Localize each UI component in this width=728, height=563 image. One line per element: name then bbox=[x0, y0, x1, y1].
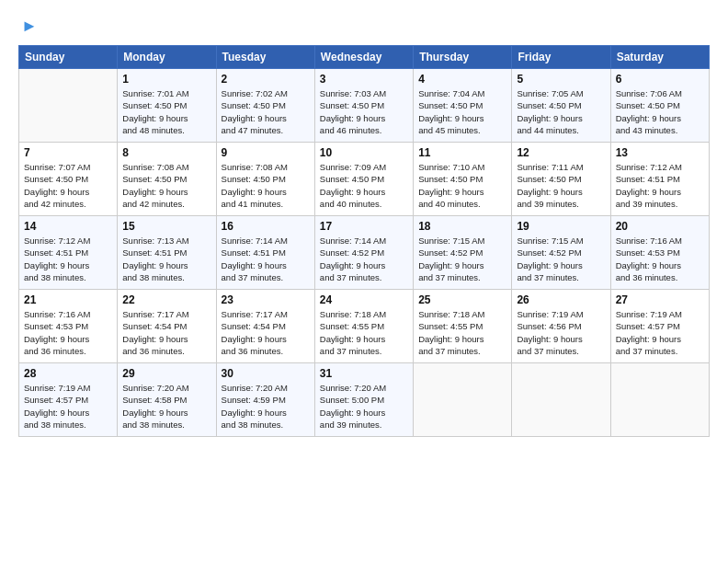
day-number: 1 bbox=[122, 73, 210, 86]
day-number: 26 bbox=[517, 293, 605, 306]
day-info: Sunrise: 7:05 AM Sunset: 4:50 PM Dayligh… bbox=[517, 87, 605, 136]
calendar-cell: 3Sunrise: 7:03 AM Sunset: 4:50 PM Daylig… bbox=[314, 69, 413, 143]
calendar-cell: 5Sunrise: 7:05 AM Sunset: 4:50 PM Daylig… bbox=[512, 69, 610, 143]
day-number: 3 bbox=[320, 73, 408, 86]
day-number: 30 bbox=[222, 367, 310, 380]
weekday-header: Saturday bbox=[610, 46, 709, 69]
day-info: Sunrise: 7:17 AM Sunset: 4:54 PM Dayligh… bbox=[222, 308, 310, 357]
calendar-cell: 30Sunrise: 7:20 AM Sunset: 4:59 PM Dayli… bbox=[216, 363, 314, 437]
logo: ► bbox=[18, 17, 38, 36]
day-number: 16 bbox=[222, 220, 310, 233]
day-number: 21 bbox=[24, 293, 112, 306]
calendar-cell: 17Sunrise: 7:14 AM Sunset: 4:52 PM Dayli… bbox=[314, 216, 413, 290]
day-number: 31 bbox=[320, 367, 408, 380]
day-info: Sunrise: 7:20 AM Sunset: 4:59 PM Dayligh… bbox=[222, 382, 310, 431]
calendar-cell: 21Sunrise: 7:16 AM Sunset: 4:53 PM Dayli… bbox=[19, 290, 118, 363]
calendar-week-row: 21Sunrise: 7:16 AM Sunset: 4:53 PM Dayli… bbox=[19, 290, 710, 363]
day-info: Sunrise: 7:14 AM Sunset: 4:51 PM Dayligh… bbox=[222, 235, 310, 283]
calendar-cell: 1Sunrise: 7:01 AM Sunset: 4:50 PM Daylig… bbox=[118, 69, 216, 143]
calendar-cell: 26Sunrise: 7:19 AM Sunset: 4:56 PM Dayli… bbox=[512, 290, 610, 363]
day-info: Sunrise: 7:01 AM Sunset: 4:50 PM Dayligh… bbox=[122, 87, 210, 136]
day-number: 14 bbox=[24, 220, 112, 233]
day-number: 27 bbox=[616, 293, 704, 306]
calendar-cell: 10Sunrise: 7:09 AM Sunset: 4:50 PM Dayli… bbox=[314, 143, 413, 216]
logo-arrow-icon: ► bbox=[21, 17, 38, 36]
weekday-header: Wednesday bbox=[314, 46, 413, 69]
day-info: Sunrise: 7:15 AM Sunset: 4:52 PM Dayligh… bbox=[517, 235, 605, 283]
day-number: 22 bbox=[122, 293, 210, 306]
calendar-cell bbox=[414, 363, 512, 437]
calendar-cell: 25Sunrise: 7:18 AM Sunset: 4:55 PM Dayli… bbox=[414, 290, 512, 363]
calendar-cell: 31Sunrise: 7:20 AM Sunset: 5:00 PM Dayli… bbox=[314, 363, 413, 437]
calendar-cell: 22Sunrise: 7:17 AM Sunset: 4:54 PM Dayli… bbox=[118, 290, 216, 363]
day-number: 11 bbox=[418, 146, 506, 159]
day-info: Sunrise: 7:16 AM Sunset: 4:53 PM Dayligh… bbox=[24, 308, 112, 357]
calendar-cell: 13Sunrise: 7:12 AM Sunset: 4:51 PM Dayli… bbox=[610, 143, 709, 216]
weekday-header: Monday bbox=[118, 46, 216, 69]
day-info: Sunrise: 7:07 AM Sunset: 4:50 PM Dayligh… bbox=[24, 161, 112, 210]
day-info: Sunrise: 7:18 AM Sunset: 4:55 PM Dayligh… bbox=[320, 308, 408, 357]
day-info: Sunrise: 7:10 AM Sunset: 4:50 PM Dayligh… bbox=[418, 161, 506, 210]
day-info: Sunrise: 7:06 AM Sunset: 4:50 PM Dayligh… bbox=[616, 87, 704, 136]
calendar-cell: 23Sunrise: 7:17 AM Sunset: 4:54 PM Dayli… bbox=[216, 290, 314, 363]
calendar-cell: 4Sunrise: 7:04 AM Sunset: 4:50 PM Daylig… bbox=[414, 69, 512, 143]
day-info: Sunrise: 7:09 AM Sunset: 4:50 PM Dayligh… bbox=[320, 161, 408, 210]
day-number: 12 bbox=[517, 146, 605, 159]
day-number: 28 bbox=[24, 367, 112, 380]
day-info: Sunrise: 7:19 AM Sunset: 4:56 PM Dayligh… bbox=[517, 308, 605, 357]
day-number: 18 bbox=[418, 220, 506, 233]
day-info: Sunrise: 7:14 AM Sunset: 4:52 PM Dayligh… bbox=[320, 235, 408, 283]
day-number: 25 bbox=[418, 293, 506, 306]
calendar-cell: 6Sunrise: 7:06 AM Sunset: 4:50 PM Daylig… bbox=[610, 69, 709, 143]
day-info: Sunrise: 7:20 AM Sunset: 4:58 PM Dayligh… bbox=[122, 382, 210, 431]
weekday-header: Tuesday bbox=[216, 46, 314, 69]
calendar-week-row: 1Sunrise: 7:01 AM Sunset: 4:50 PM Daylig… bbox=[19, 69, 710, 143]
calendar-cell: 9Sunrise: 7:08 AM Sunset: 4:50 PM Daylig… bbox=[216, 143, 314, 216]
day-info: Sunrise: 7:18 AM Sunset: 4:55 PM Dayligh… bbox=[418, 308, 506, 357]
calendar-cell: 7Sunrise: 7:07 AM Sunset: 4:50 PM Daylig… bbox=[19, 143, 118, 216]
calendar-cell bbox=[512, 363, 610, 437]
weekday-header: Friday bbox=[512, 46, 610, 69]
day-number: 17 bbox=[320, 220, 408, 233]
header: ► bbox=[18, 17, 710, 36]
day-number: 6 bbox=[616, 73, 704, 86]
day-info: Sunrise: 7:11 AM Sunset: 4:50 PM Dayligh… bbox=[517, 161, 605, 210]
day-info: Sunrise: 7:08 AM Sunset: 4:50 PM Dayligh… bbox=[122, 161, 210, 210]
day-number: 4 bbox=[418, 73, 506, 86]
day-number: 9 bbox=[222, 146, 310, 159]
weekday-header: Sunday bbox=[19, 46, 118, 69]
calendar-cell: 11Sunrise: 7:10 AM Sunset: 4:50 PM Dayli… bbox=[414, 143, 512, 216]
day-info: Sunrise: 7:08 AM Sunset: 4:50 PM Dayligh… bbox=[222, 161, 310, 210]
day-number: 23 bbox=[222, 293, 310, 306]
calendar-cell: 28Sunrise: 7:19 AM Sunset: 4:57 PM Dayli… bbox=[19, 363, 118, 437]
day-number: 29 bbox=[122, 367, 210, 380]
day-info: Sunrise: 7:03 AM Sunset: 4:50 PM Dayligh… bbox=[320, 87, 408, 136]
calendar-cell: 15Sunrise: 7:13 AM Sunset: 4:51 PM Dayli… bbox=[118, 216, 216, 290]
calendar-cell: 12Sunrise: 7:11 AM Sunset: 4:50 PM Dayli… bbox=[512, 143, 610, 216]
calendar-cell bbox=[610, 363, 709, 437]
day-number: 2 bbox=[222, 73, 310, 86]
calendar-week-row: 28Sunrise: 7:19 AM Sunset: 4:57 PM Dayli… bbox=[19, 363, 710, 437]
day-number: 19 bbox=[517, 220, 605, 233]
calendar-cell bbox=[19, 69, 118, 143]
day-info: Sunrise: 7:19 AM Sunset: 4:57 PM Dayligh… bbox=[24, 382, 112, 431]
weekday-header: Thursday bbox=[414, 46, 512, 69]
calendar-cell: 27Sunrise: 7:19 AM Sunset: 4:57 PM Dayli… bbox=[610, 290, 709, 363]
day-number: 5 bbox=[517, 73, 605, 86]
day-number: 10 bbox=[320, 146, 408, 159]
day-info: Sunrise: 7:04 AM Sunset: 4:50 PM Dayligh… bbox=[418, 87, 506, 136]
calendar-cell: 19Sunrise: 7:15 AM Sunset: 4:52 PM Dayli… bbox=[512, 216, 610, 290]
calendar-table: SundayMondayTuesdayWednesdayThursdayFrid… bbox=[18, 45, 710, 437]
calendar-cell: 24Sunrise: 7:18 AM Sunset: 4:55 PM Dayli… bbox=[314, 290, 413, 363]
day-number: 15 bbox=[122, 220, 210, 233]
day-number: 20 bbox=[616, 220, 704, 233]
day-number: 24 bbox=[320, 293, 408, 306]
day-info: Sunrise: 7:19 AM Sunset: 4:57 PM Dayligh… bbox=[616, 308, 704, 357]
day-number: 13 bbox=[616, 146, 704, 159]
day-info: Sunrise: 7:15 AM Sunset: 4:52 PM Dayligh… bbox=[418, 235, 506, 283]
calendar-cell: 16Sunrise: 7:14 AM Sunset: 4:51 PM Dayli… bbox=[216, 216, 314, 290]
day-number: 7 bbox=[24, 146, 112, 159]
calendar-cell: 29Sunrise: 7:20 AM Sunset: 4:58 PM Dayli… bbox=[118, 363, 216, 437]
day-info: Sunrise: 7:12 AM Sunset: 4:51 PM Dayligh… bbox=[24, 235, 112, 283]
calendar-cell: 2Sunrise: 7:02 AM Sunset: 4:50 PM Daylig… bbox=[216, 69, 314, 143]
